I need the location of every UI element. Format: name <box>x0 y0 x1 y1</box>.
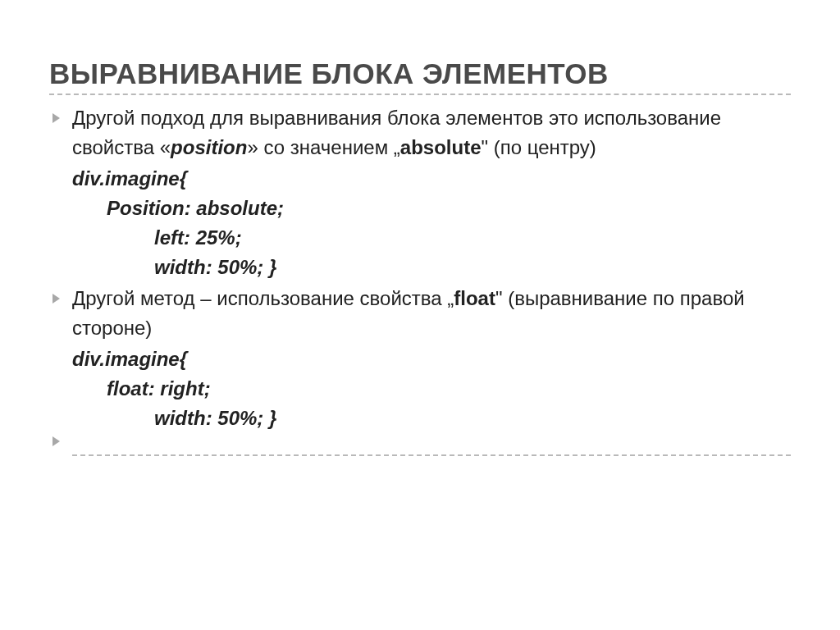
slide-title: ВЫРАВНИВАНИЕ БЛОКА ЭЛЕМЕНТОВ <box>49 57 791 95</box>
para1-post: " (по центру) <box>482 136 596 158</box>
empty-bullet <box>49 433 791 450</box>
para1-mid: » со значением „ <box>247 136 399 158</box>
para1-prop: position <box>171 136 247 158</box>
code2-line2: float: right; <box>49 374 791 404</box>
bottom-rule <box>72 454 791 457</box>
para2-val: float <box>454 287 495 309</box>
bullet-paragraph-1: Другой подход для выравнивания блока эле… <box>49 103 791 162</box>
para2-pre: Другой метод – использование свойства „ <box>72 287 454 309</box>
code1-line3: left: 25%; <box>49 223 791 253</box>
slide-content: Другой подход для выравнивания блока эле… <box>49 103 791 457</box>
code1-line4: width: 50%; } <box>49 253 791 282</box>
code1-line1: div.imagine{ <box>49 164 791 194</box>
slide: ВЫРАВНИВАНИЕ БЛОКА ЭЛЕМЕНТОВ Другой подх… <box>0 0 840 630</box>
para1-val: absolute <box>400 136 482 158</box>
code1-line2: Position: absolute; <box>49 194 791 223</box>
bullet-paragraph-2: Другой метод – использование свойства „f… <box>49 284 791 343</box>
code2-line3: width: 50%; } <box>49 404 791 433</box>
code2-line1: div.imagine{ <box>49 345 791 374</box>
